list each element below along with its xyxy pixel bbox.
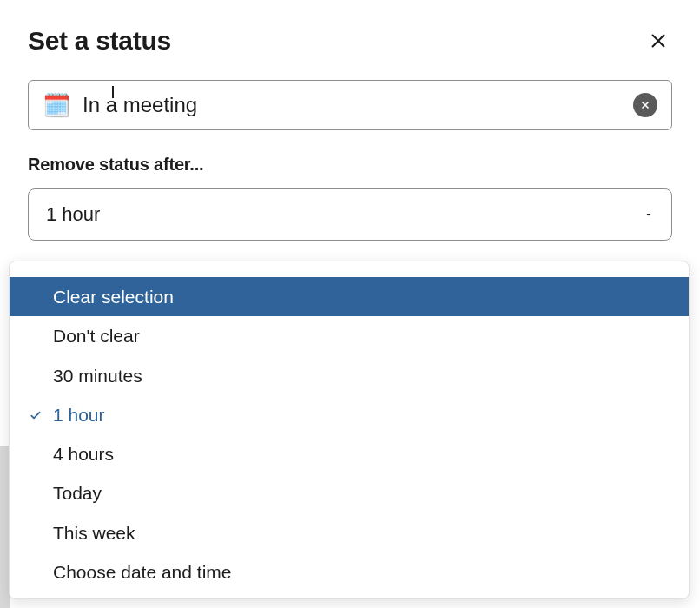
close-button[interactable]	[644, 27, 672, 55]
text-cursor	[112, 86, 114, 98]
duration-select[interactable]: 1 hour	[28, 188, 672, 241]
status-input-container[interactable]: 🗓️ In a meeting	[28, 80, 672, 130]
dropdown-item[interactable]: Choose date and time	[10, 552, 689, 591]
dropdown-item-label: 30 minutes	[53, 366, 142, 386]
dropdown-item[interactable]: 1 hour	[10, 395, 689, 434]
dropdown-item[interactable]: Today	[10, 473, 689, 512]
dropdown-item[interactable]: This week	[10, 513, 689, 552]
close-icon	[649, 31, 668, 50]
status-emoji-picker[interactable]: 🗓️	[43, 94, 70, 116]
dropdown-item-label: 1 hour	[53, 405, 105, 425]
check-icon	[29, 408, 43, 422]
remove-after-label: Remove status after...	[28, 155, 672, 175]
dropdown-item[interactable]: 4 hours	[10, 434, 689, 473]
status-text-input[interactable]: In a meeting	[83, 93, 633, 117]
dropdown-item[interactable]: Don't clear	[10, 316, 689, 355]
dropdown-item-label: 4 hours	[53, 444, 114, 464]
dropdown-item-label: Don't clear	[53, 326, 140, 346]
clear-status-button[interactable]	[633, 93, 657, 117]
modal-header: Set a status	[28, 26, 672, 56]
dropdown-item-label: Clear selection	[53, 287, 174, 307]
duration-dropdown: Clear selectionDon't clear30 minutes1 ho…	[9, 261, 690, 599]
set-status-modal: Set a status 🗓️ In a meeting Remove stat…	[0, 0, 700, 241]
dropdown-item[interactable]: Clear selection	[10, 277, 689, 316]
chevron-down-icon	[644, 209, 654, 220]
dropdown-item[interactable]: 30 minutes	[10, 356, 689, 395]
dropdown-item-label: This week	[53, 523, 135, 543]
duration-selected-value: 1 hour	[46, 203, 100, 226]
dropdown-item-label: Choose date and time	[53, 562, 231, 582]
dropdown-item-label: Today	[53, 483, 102, 503]
x-circle-icon	[640, 100, 650, 110]
modal-title: Set a status	[28, 26, 171, 56]
